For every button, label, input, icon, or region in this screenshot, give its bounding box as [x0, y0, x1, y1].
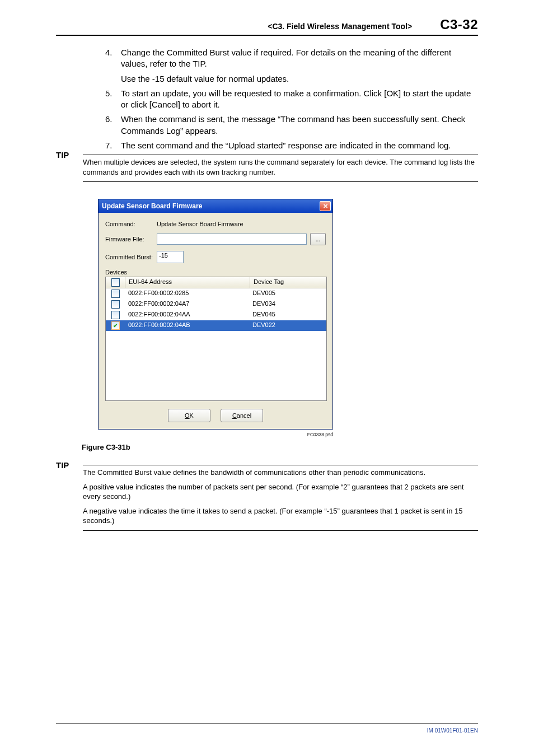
row-checkbox[interactable]: [111, 290, 120, 298]
ok-button[interactable]: OK: [168, 409, 210, 422]
table-row[interactable]: 0022:FF00:0002:04A7DEV034: [106, 299, 326, 310]
figure-reference: FC0338.psd: [98, 432, 333, 437]
step-item: 5.To start an update, you will be reques…: [105, 88, 478, 111]
tip-text: The Committed Burst value defines the ba…: [83, 468, 478, 531]
tip-label: TIP: [56, 460, 69, 470]
tip-block-2: TIP The Committed Burst value defines th…: [56, 465, 478, 531]
row-checkbox[interactable]: [111, 311, 120, 319]
header-tag: Device Tag: [250, 277, 326, 288]
committed-burst-input[interactable]: -15: [157, 251, 184, 263]
devices-table: EUI-64 Address Device Tag 0022:FF00:0002…: [105, 277, 327, 401]
header-checkbox[interactable]: [106, 277, 125, 288]
row-checkbox[interactable]: ✔: [111, 321, 120, 330]
table-row[interactable]: ✔0022:FF00:0002:04ABDEV022: [106, 320, 326, 331]
close-icon[interactable]: ✕: [320, 201, 331, 211]
browse-button[interactable]: ...: [310, 233, 326, 245]
eui-cell: 0022:FF00:0002:04AB: [125, 320, 249, 331]
figure-caption: Figure C3-31b: [82, 443, 478, 451]
step-list: 4.Change the Committed Burst value if re…: [105, 47, 478, 151]
tag-cell: DEV022: [249, 320, 326, 331]
firmware-file-label: Firmware File:: [105, 236, 157, 242]
command-label: Command:: [105, 221, 157, 227]
update-firmware-dialog: Update Sensor Board Firmware ✕ Command: …: [98, 199, 333, 430]
dialog-title: Update Sensor Board Firmware: [102, 202, 202, 210]
tag-cell: DEV005: [249, 288, 326, 299]
step-item: 7.The sent command and the “Upload start…: [105, 140, 478, 151]
page-header: <C3. Field Wireless Management Tool> C3-…: [56, 17, 478, 36]
step-item: 4.Change the Committed Burst value if re…: [105, 47, 478, 85]
devices-label: Devices: [105, 269, 326, 276]
cancel-button[interactable]: Cancel: [221, 409, 263, 422]
row-checkbox[interactable]: [111, 300, 120, 309]
table-row[interactable]: 0022:FF00:0002:04AADEV045: [106, 310, 326, 320]
tag-cell: DEV045: [249, 310, 326, 320]
header-eui: EUI-64 Address: [125, 277, 250, 288]
section-title: <C3. Field Wireless Management Tool>: [268, 22, 412, 31]
eui-cell: 0022:FF00:0002:0285: [125, 288, 249, 299]
tag-cell: DEV034: [249, 299, 326, 310]
eui-cell: 0022:FF00:0002:04AA: [125, 310, 249, 320]
firmware-file-input[interactable]: [157, 234, 307, 245]
tip-text: When multiple devices are selected, the …: [83, 157, 478, 182]
table-row[interactable]: 0022:FF00:0002:0285DEV005: [106, 288, 326, 299]
step-item: 6.When the command is sent, the message …: [105, 114, 478, 137]
page-number: C3-32: [440, 17, 478, 32]
tip-label: TIP: [56, 150, 69, 160]
tip-block-1: TIP When multiple devices are selected, …: [56, 155, 478, 182]
dialog-titlebar: Update Sensor Board Firmware ✕: [99, 199, 332, 213]
command-value: Update Sensor Board Firmware: [157, 221, 243, 227]
committed-burst-label: Committed Burst:: [105, 254, 157, 260]
page-footer: IM 01W01F01-01EN: [56, 724, 478, 734]
eui-cell: 0022:FF00:0002:04A7: [125, 299, 249, 310]
